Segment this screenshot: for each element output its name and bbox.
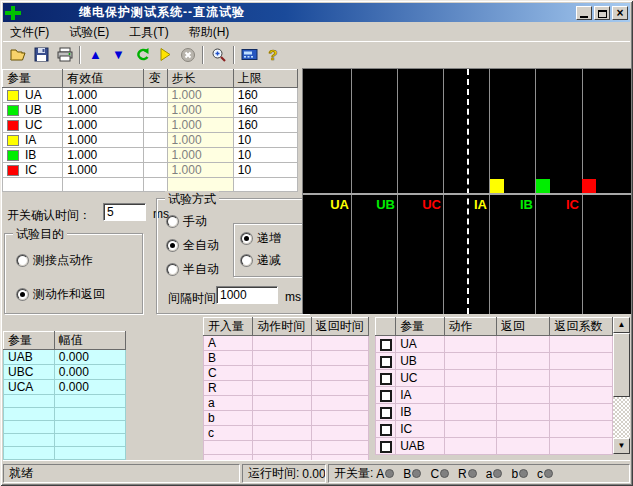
- status-ready-text: 就绪: [9, 465, 33, 482]
- table-row: IC 1.000 1.000 10: [3, 163, 298, 178]
- menu-file[interactable]: 文件(F): [3, 22, 56, 43]
- minimize-button[interactable]: [576, 6, 592, 20]
- app-window: 继电保护测试系统--直流试验 × 文件(F) 试验(E) 工具(T) 帮助(H)…: [0, 0, 633, 486]
- step-cell: 1.000: [167, 163, 233, 178]
- radio-full-auto[interactable]: 全自动: [167, 237, 219, 254]
- limit-cell[interactable]: 160: [233, 88, 297, 103]
- interval-unit: ms: [285, 290, 301, 304]
- scrollbar-thumb[interactable]: [613, 333, 630, 397]
- zoom-button[interactable]: [207, 44, 230, 66]
- bar-ib: [536, 179, 550, 193]
- result-table-scrollbar[interactable]: ▲ ▼: [613, 317, 630, 454]
- table-row: b: [204, 411, 369, 426]
- instrument-button[interactable]: [238, 44, 261, 66]
- status-switch-panel: 开关量: A B C R a b c: [328, 464, 630, 483]
- save-icon: [34, 47, 49, 62]
- checkbox[interactable]: [380, 441, 392, 453]
- step-cell: 1.000: [167, 88, 233, 103]
- save-button[interactable]: [30, 44, 53, 66]
- value-cell[interactable]: 1.000: [63, 133, 144, 148]
- change-cell[interactable]: [144, 103, 167, 118]
- change-cell[interactable]: [144, 88, 167, 103]
- radio-contact-action[interactable]: 测接点动作: [17, 252, 93, 269]
- instrument-icon: [241, 47, 258, 62]
- radio-semi-auto[interactable]: 半自动: [167, 261, 219, 278]
- param-name: IB: [25, 148, 36, 162]
- value-cell[interactable]: 1.000: [63, 103, 144, 118]
- table-row-empty: [3, 178, 298, 192]
- radio-action-and-return[interactable]: 测动作和返回: [17, 286, 105, 303]
- menu-test[interactable]: 试验(E): [62, 22, 116, 43]
- checkbox[interactable]: [380, 373, 392, 385]
- radio-decrement[interactable]: 递减: [241, 252, 281, 269]
- limit-cell[interactable]: 160: [233, 103, 297, 118]
- bar-ic: [582, 179, 596, 193]
- checkbox[interactable]: [380, 339, 392, 351]
- scroll-up-button[interactable]: ▲: [613, 317, 630, 333]
- cursor-dashed-line: [467, 69, 469, 314]
- print-button[interactable]: [53, 44, 76, 66]
- limit-cell[interactable]: 10: [233, 148, 297, 163]
- start-button[interactable]: [153, 44, 176, 66]
- change-cell[interactable]: [144, 148, 167, 163]
- value-cell[interactable]: 1.000: [63, 88, 144, 103]
- table-row: UA 1.000 1.000 160: [3, 88, 298, 103]
- stop-icon: [180, 47, 196, 63]
- table-row-empty: [4, 395, 126, 408]
- table-row: IC: [376, 421, 613, 438]
- limit-cell[interactable]: 160: [233, 118, 297, 133]
- toolbar: ▲ ▼ ?: [3, 41, 630, 67]
- value-cell[interactable]: 1.000: [63, 163, 144, 178]
- col-header-return-coef: 返回系数: [550, 318, 613, 336]
- switch-state-icon: [468, 469, 477, 478]
- checkbox[interactable]: [380, 356, 392, 368]
- interval-input[interactable]: [216, 286, 278, 304]
- checkbox[interactable]: [380, 407, 392, 419]
- table-row: UB 1.000 1.000 160: [3, 103, 298, 118]
- checkbox[interactable]: [380, 424, 392, 436]
- col-header-param: 参量: [396, 318, 444, 336]
- param-name: IC: [25, 163, 37, 177]
- color-swatch: [7, 105, 19, 116]
- color-swatch: [7, 90, 19, 101]
- change-cell[interactable]: [144, 118, 167, 133]
- change-cell[interactable]: [144, 133, 167, 148]
- help-button[interactable]: ?: [261, 44, 284, 66]
- table-row-empty: [4, 421, 126, 434]
- channel-label-ic: IC: [539, 197, 579, 212]
- checkbox[interactable]: [380, 390, 392, 402]
- stop-button[interactable]: [176, 44, 199, 66]
- menu-tools[interactable]: 工具(T): [122, 22, 175, 43]
- limit-cell[interactable]: 10: [233, 133, 297, 148]
- channel-label-uc: UC: [401, 197, 441, 212]
- status-bar: 就绪 运行时间: 0.00s 开关量: A B C R a b c: [3, 460, 630, 483]
- step-down-button[interactable]: ▼: [107, 44, 130, 66]
- radio-increment[interactable]: 递增: [241, 230, 281, 247]
- table-row: UC 1.000 1.000 160: [3, 118, 298, 133]
- table-row: c: [204, 426, 369, 441]
- maximize-button[interactable]: [594, 6, 610, 20]
- limit-cell[interactable]: 10: [233, 163, 297, 178]
- table-row: a: [204, 396, 369, 411]
- switch-confirm-input[interactable]: [103, 203, 146, 221]
- step-up-icon: ▲: [89, 48, 102, 61]
- close-button[interactable]: ×: [612, 6, 628, 20]
- step-up-button[interactable]: ▲: [84, 44, 107, 66]
- color-swatch: [7, 165, 19, 176]
- open-button[interactable]: [7, 44, 30, 66]
- radio-icon-selected: [241, 233, 252, 244]
- value-cell[interactable]: 1.000: [63, 148, 144, 163]
- table-row-empty: [204, 441, 369, 455]
- direction-group: 递增 递减: [233, 223, 304, 277]
- value-cell[interactable]: 1.000: [63, 118, 144, 133]
- col-header-return: 返回: [497, 318, 550, 336]
- col-header-param: 参量: [3, 70, 63, 88]
- channel-label-ub: UB: [355, 197, 395, 212]
- scroll-down-button[interactable]: ▼: [613, 438, 630, 454]
- change-cell[interactable]: [144, 163, 167, 178]
- output-chart: UA UB UC IA IB IC: [302, 68, 631, 314]
- menu-help[interactable]: 帮助(H): [182, 22, 237, 43]
- reset-button[interactable]: [130, 44, 153, 66]
- radio-manual[interactable]: 手动: [167, 213, 207, 230]
- open-icon: [10, 47, 27, 62]
